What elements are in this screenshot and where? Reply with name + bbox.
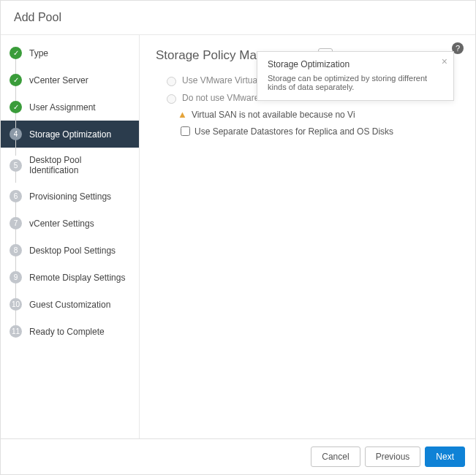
wizard-steps: ✓ Type ✓ vCenter Server ✓ User Assignmen… xyxy=(1,35,140,438)
step-type[interactable]: ✓ Type xyxy=(1,39,139,66)
step-ready-to-complete[interactable]: 11 Ready to Complete xyxy=(1,318,139,345)
step-label: Remote Display Settings xyxy=(29,273,125,283)
tooltip-body: Storage can be optimized by storing diff… xyxy=(268,74,443,91)
main-panel: ? Storage Policy Management ⓘ Use VMware… xyxy=(140,35,475,438)
step-vcenter-settings[interactable]: 7 vCenter Settings xyxy=(1,210,139,237)
step-label: Guest Customization xyxy=(29,300,110,310)
step-label: Ready to Complete xyxy=(29,327,105,337)
checkbox-label: Use Separate Datastores for Replica and … xyxy=(194,126,393,137)
step-number-icon: 6 xyxy=(10,190,22,202)
step-provisioning-settings[interactable]: 6 Provisioning Settings xyxy=(1,183,139,210)
tooltip-title: Storage Optimization xyxy=(268,59,443,69)
step-label: Type xyxy=(29,48,48,58)
dialog-footer: Cancel Previous Next xyxy=(1,438,475,474)
step-remote-display-settings[interactable]: 9 Remote Display Settings xyxy=(1,264,139,291)
step-number-icon: 11 xyxy=(10,325,22,338)
step-label: vCenter Settings xyxy=(29,218,94,229)
check-icon: ✓ xyxy=(10,74,22,86)
step-storage-optimization[interactable]: 4 Storage Optimization xyxy=(1,121,139,148)
step-number-icon: 4 xyxy=(10,128,22,140)
step-label: Provisioning Settings xyxy=(29,191,111,202)
info-tooltip: × Storage Optimization Storage can be op… xyxy=(257,51,454,101)
step-user-assignment[interactable]: ✓ User Assignment xyxy=(1,94,139,121)
step-desktop-pool-identification[interactable]: 5 Desktop Pool Identification xyxy=(1,148,139,183)
check-icon: ✓ xyxy=(10,101,22,113)
warning-icon: ▲ xyxy=(178,109,187,120)
step-number-icon: 8 xyxy=(10,244,22,256)
vsan-warning: ▲ Virtual SAN is not available because n… xyxy=(178,107,459,122)
step-vcenter-server[interactable]: ✓ vCenter Server xyxy=(1,66,139,94)
check-icon: ✓ xyxy=(10,47,22,59)
step-number-icon: 5 xyxy=(10,159,22,172)
step-number-icon: 7 xyxy=(10,217,22,229)
close-icon[interactable]: × xyxy=(442,56,447,66)
next-button[interactable]: Next xyxy=(425,446,465,467)
checkbox-input[interactable] xyxy=(181,126,190,136)
step-label: Desktop Pool Settings xyxy=(29,246,116,256)
step-label: User Assignment xyxy=(29,102,96,113)
cancel-button[interactable]: Cancel xyxy=(311,446,360,467)
step-number-icon: 10 xyxy=(10,298,22,311)
dialog-title: Add Pool xyxy=(1,1,475,35)
step-label: vCenter Server xyxy=(29,75,88,86)
step-guest-customization[interactable]: 10 Guest Customization xyxy=(1,291,139,318)
step-desktop-pool-settings[interactable]: 8 Desktop Pool Settings xyxy=(1,237,139,264)
warning-text: Virtual SAN is not available because no … xyxy=(192,110,355,120)
step-label: Desktop Pool Identification xyxy=(29,155,130,175)
radio-input[interactable] xyxy=(167,77,176,86)
previous-button[interactable]: Previous xyxy=(365,446,421,467)
separate-datastores-checkbox[interactable]: Use Separate Datastores for Replica and … xyxy=(178,122,459,140)
step-label: Storage Optimization xyxy=(29,129,111,140)
step-number-icon: 9 xyxy=(10,271,22,284)
radio-input[interactable] xyxy=(167,94,176,104)
